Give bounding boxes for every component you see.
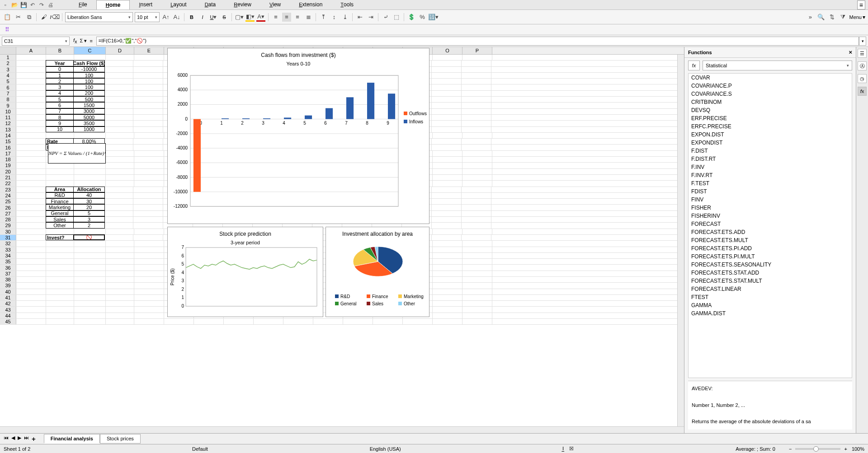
row-header[interactable]: 20 (0, 169, 16, 174)
cell[interactable] (433, 301, 462, 306)
col-header[interactable]: O (433, 47, 462, 54)
cell[interactable] (133, 193, 163, 198)
cell[interactable] (432, 79, 462, 84)
cell[interactable] (462, 187, 491, 192)
cell[interactable] (134, 175, 164, 180)
cell[interactable] (105, 91, 133, 96)
cell[interactable] (16, 259, 46, 264)
cell[interactable] (105, 61, 133, 66)
align-left-icon[interactable]: ≡ (271, 13, 280, 22)
col-header[interactable]: B (46, 47, 74, 54)
font-size-dropdown[interactable]: 10 pt▾ (135, 12, 160, 22)
row-header[interactable]: 37 (0, 271, 16, 276)
col-header[interactable]: E (134, 47, 164, 54)
cell[interactable] (134, 259, 164, 264)
open-icon[interactable]: 📂 (11, 1, 18, 9)
cell[interactable]: 200 (73, 90, 105, 96)
cell[interactable] (462, 313, 492, 318)
cell[interactable] (106, 55, 134, 60)
cell[interactable] (462, 139, 491, 144)
cell[interactable] (16, 157, 46, 162)
cell[interactable] (164, 319, 194, 324)
row-header[interactable]: 35 (0, 259, 16, 264)
currency-icon[interactable]: 💲 (407, 13, 416, 22)
function-item[interactable]: EXPON.DIST (689, 131, 852, 139)
cell[interactable] (106, 277, 134, 282)
cell[interactable] (134, 253, 164, 258)
cell[interactable] (16, 235, 46, 240)
fill-color-icon[interactable]: ◧▾ (245, 13, 255, 22)
cash-flow-chart[interactable]: Cash flows from investment ($) Years 0-1… (167, 48, 429, 224)
cell[interactable] (433, 247, 462, 252)
close-icon[interactable]: × (849, 49, 852, 56)
cell[interactable]: Cash Flow ($) (73, 60, 105, 66)
cell[interactable] (432, 121, 462, 126)
cell[interactable] (16, 265, 46, 270)
cell[interactable] (16, 115, 46, 120)
cell[interactable] (194, 319, 224, 324)
cell[interactable] (134, 157, 164, 162)
cell[interactable] (462, 211, 491, 216)
cell[interactable] (46, 181, 74, 186)
menu-tab-file[interactable]: File (70, 0, 96, 9)
cell[interactable] (462, 205, 491, 210)
function-item[interactable]: CRITBINOM (689, 98, 852, 106)
cell[interactable]: -10000 (73, 66, 105, 72)
cell[interactable] (133, 235, 163, 240)
cell[interactable]: 8 (46, 114, 74, 120)
row-header[interactable]: 15 (0, 139, 16, 144)
cell[interactable] (133, 139, 163, 144)
cell[interactable] (433, 271, 462, 276)
cell[interactable] (462, 115, 491, 120)
row-header[interactable]: 38 (0, 277, 16, 282)
function-item[interactable]: EXPONDIST (689, 139, 852, 147)
cell[interactable] (133, 103, 163, 108)
align-right-icon[interactable]: ≡ (293, 13, 302, 22)
cell[interactable] (343, 319, 373, 324)
row-header[interactable]: 8 (0, 97, 16, 102)
clone-format-icon[interactable]: 🖌 (39, 13, 48, 22)
print-icon[interactable]: 🖨 (47, 1, 54, 9)
cell[interactable] (16, 301, 46, 306)
cell[interactable] (462, 97, 491, 102)
fx-icon[interactable]: fx (73, 37, 77, 44)
cell[interactable] (432, 103, 462, 108)
cell[interactable] (74, 55, 106, 60)
cell[interactable]: 10 (46, 126, 74, 132)
function-item[interactable]: ERF.PRECISE (689, 114, 852, 122)
cell[interactable] (433, 151, 462, 156)
cell[interactable]: 0 (46, 66, 74, 72)
cell[interactable] (433, 259, 462, 264)
cell[interactable]: 20 (73, 204, 105, 210)
cell[interactable] (432, 193, 462, 198)
function-item[interactable]: F.INV (689, 163, 852, 171)
cell[interactable] (105, 84, 133, 90)
cell[interactable] (134, 313, 164, 318)
cell[interactable] (134, 289, 164, 294)
function-item[interactable]: ERFC.PRECISE (689, 122, 852, 131)
cell[interactable]: 30 (73, 198, 105, 204)
cell[interactable] (462, 277, 492, 282)
cell[interactable] (254, 319, 283, 324)
horizontal-scrollbar[interactable] (0, 426, 684, 433)
cell[interactable] (133, 187, 163, 192)
cell[interactable] (74, 163, 106, 168)
cell[interactable] (105, 139, 133, 144)
cell[interactable] (134, 241, 164, 246)
number-icon[interactable]: 🔢▾ (429, 13, 438, 22)
cell[interactable] (106, 247, 134, 252)
cell[interactable] (74, 307, 106, 312)
cell[interactable] (16, 97, 46, 102)
cell[interactable]: 1 (46, 72, 74, 78)
function-item[interactable]: FORECAST.ETS.PI.ADD (689, 244, 852, 252)
cell[interactable] (46, 169, 74, 174)
cell[interactable] (462, 265, 492, 270)
cell[interactable]: 6 (46, 102, 74, 108)
cell[interactable] (133, 67, 163, 72)
grow-font-icon[interactable]: A↑ (161, 13, 170, 22)
cell[interactable] (74, 283, 106, 288)
cell[interactable] (16, 163, 46, 168)
cell[interactable] (16, 313, 46, 318)
row-header[interactable]: 16 (0, 145, 16, 150)
cell[interactable] (313, 319, 343, 324)
